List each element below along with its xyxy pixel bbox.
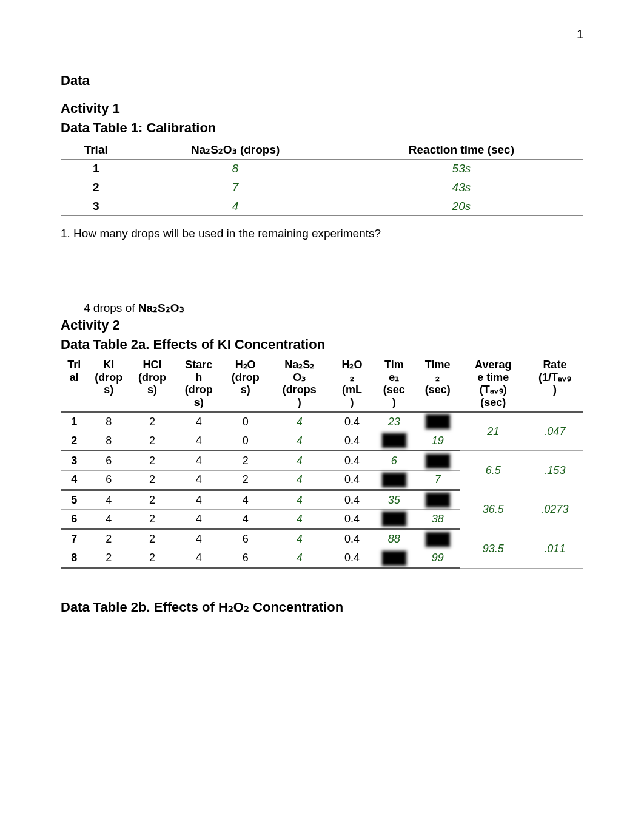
cell-na2s2o3: 4	[268, 490, 331, 509]
cell-na2s2o3: 4	[268, 431, 331, 451]
table-row: 5424440.43536.5.0273	[61, 490, 583, 509]
cell-hcl: 2	[130, 412, 175, 431]
heading-data: Data	[61, 73, 583, 89]
cell-time2-redacted	[415, 451, 460, 470]
cell-na2s2o3: 4	[268, 529, 331, 549]
col-header-ki: KI(drops)	[88, 356, 130, 412]
cell-trial: 8	[61, 549, 88, 568]
cell-trial: 5	[61, 490, 88, 509]
redaction-mark	[383, 512, 406, 526]
page-number: 1	[577, 27, 583, 41]
cell-time1-redacted	[373, 431, 415, 451]
heading-table-2a: Data Table 2a. Effects of KI Concentrati…	[61, 337, 583, 353]
cell-trial: 2	[61, 431, 88, 451]
cell-hcl: 2	[130, 451, 175, 470]
cell-h2o: 2	[223, 451, 267, 470]
cell-time2: 38	[415, 510, 460, 529]
cell-time: 43s	[340, 178, 583, 197]
col-header-trial: Trial	[61, 140, 131, 160]
cell-drops: 4	[131, 197, 339, 216]
cell-time2: 99	[415, 549, 460, 568]
cell-h2o: 4	[223, 490, 267, 509]
cell-time2-redacted	[415, 529, 460, 549]
redaction-mark	[426, 533, 449, 546]
col-header-hcl: HCl(drops)	[130, 356, 175, 412]
cell-trial: 2	[61, 178, 131, 197]
redaction-mark	[383, 473, 406, 487]
col-header-time: Reaction time (sec)	[340, 140, 583, 160]
cell-time1: 35	[373, 490, 415, 509]
answer-chem: Na₂S₂O₃	[138, 302, 184, 314]
cell-trial: 3	[61, 197, 131, 216]
cell-starch: 4	[175, 451, 223, 470]
col-header-h2o: H₂O(drops)	[223, 356, 267, 412]
cell-time1-redacted	[373, 549, 415, 568]
col-header-avg: Average time(Tₐᵥ₉)(sec)	[460, 356, 526, 412]
col-header-drops: Na₂S₂O₃ (drops)	[131, 140, 339, 160]
cell-h2o: 0	[223, 412, 267, 431]
cell-ki: 4	[88, 490, 130, 509]
cell-rate: .0273	[526, 490, 583, 529]
heading-table-2b: Data Table 2b. Effects of H₂O₂ Concentra…	[61, 600, 583, 615]
cell-na2s2o3: 4	[268, 412, 331, 431]
table-ki-concentration: Trial KI(drops) HCl(drops) Starch(drops)…	[61, 356, 583, 569]
cell-h2o: 2	[223, 470, 267, 490]
table-row: 7224640.48893.5.011	[61, 529, 583, 549]
cell-time1: 88	[373, 529, 415, 549]
cell-starch: 4	[175, 529, 223, 549]
col-header-trial: Trial	[61, 356, 88, 412]
cell-hcl: 2	[130, 431, 175, 451]
cell-starch: 4	[175, 470, 223, 490]
redaction-mark	[426, 493, 449, 507]
heading-table-1: Data Table 1: Calibration	[61, 120, 583, 136]
cell-avg: 21	[460, 412, 526, 451]
cell-ki: 8	[88, 431, 130, 451]
cell-drops: 7	[131, 178, 339, 197]
cell-starch: 4	[175, 510, 223, 529]
cell-starch: 4	[175, 549, 223, 568]
cell-time2: 7	[415, 470, 460, 490]
document-page: 1 Data Activity 1 Data Table 1: Calibrat…	[0, 0, 644, 835]
cell-rate: .011	[526, 529, 583, 569]
cell-h2o2: 0.4	[331, 451, 373, 470]
cell-na2s2o3: 4	[268, 451, 331, 470]
cell-avg: 36.5	[460, 490, 526, 529]
cell-h2o2: 0.4	[331, 510, 373, 529]
table-row: 3420s	[61, 197, 583, 216]
cell-starch: 4	[175, 431, 223, 451]
cell-trial: 6	[61, 510, 88, 529]
cell-h2o: 0	[223, 431, 267, 451]
cell-time1: 23	[373, 412, 415, 431]
cell-hcl: 2	[130, 549, 175, 568]
cell-h2o2: 0.4	[331, 529, 373, 549]
redaction-mark	[426, 455, 449, 468]
table-row: 3624240.466.5.153	[61, 451, 583, 470]
cell-hcl: 2	[130, 529, 175, 549]
cell-starch: 4	[175, 490, 223, 509]
table-row: Trial Na₂S₂O₃ (drops) Reaction time (sec…	[61, 140, 583, 160]
cell-h2o2: 0.4	[331, 412, 373, 431]
cell-time2-redacted	[415, 490, 460, 509]
cell-trial: 4	[61, 470, 88, 490]
table-row: 1824040.42321.047	[61, 412, 583, 431]
cell-hcl: 2	[130, 490, 175, 509]
cell-h2o2: 0.4	[331, 431, 373, 451]
heading-activity-2: Activity 2	[61, 317, 583, 333]
table-row: Trial KI(drops) HCl(drops) Starch(drops)…	[61, 356, 583, 412]
cell-ki: 8	[88, 412, 130, 431]
cell-trial: 1	[61, 412, 88, 431]
cell-ki: 2	[88, 549, 130, 568]
cell-na2s2o3: 4	[268, 549, 331, 568]
cell-time1-redacted	[373, 510, 415, 529]
cell-ki: 6	[88, 451, 130, 470]
cell-h2o2: 0.4	[331, 549, 373, 568]
answer-prefix: 4 drops of	[84, 302, 138, 314]
heading-activity-1: Activity 1	[61, 101, 583, 117]
redaction-mark	[383, 552, 406, 565]
cell-time1: 6	[373, 451, 415, 470]
cell-ki: 2	[88, 529, 130, 549]
col-header-rate: Rate(1/Tₐᵥ₉)	[526, 356, 583, 412]
cell-avg: 93.5	[460, 529, 526, 569]
cell-ki: 4	[88, 510, 130, 529]
cell-na2s2o3: 4	[268, 510, 331, 529]
